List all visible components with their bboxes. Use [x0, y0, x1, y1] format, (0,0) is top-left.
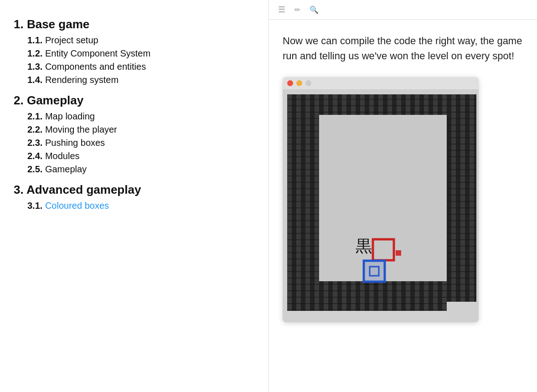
menu-icon[interactable]: ☰: [278, 5, 285, 15]
game-canvas: 黒: [283, 90, 479, 322]
subsection-num: 1.4.: [27, 75, 42, 85]
toc-subsection[interactable]: 3.1. Coloured boxes: [14, 201, 255, 211]
svg-rect-9: [319, 115, 447, 281]
svg-rect-6: [287, 115, 319, 302]
svg-rect-13: [396, 250, 401, 256]
toc-subsection[interactable]: 2.2. Moving the player: [14, 124, 255, 135]
subsection-link[interactable]: Coloured boxes: [45, 201, 109, 211]
subsection-num: 1.3.: [27, 62, 42, 72]
toc-section: 1. Base game1.1. Project setup1.2. Entit…: [14, 17, 255, 85]
close-button[interactable]: [287, 80, 293, 86]
content-area: Now we can compile the code the right wa…: [269, 20, 537, 392]
section-num: 2.: [14, 93, 24, 107]
section-title: 3. Advanced gameplay: [14, 183, 255, 197]
subsection-num: 2.4.: [27, 151, 42, 161]
subsection-num: 1.2.: [27, 48, 42, 58]
toc-section: 3. Advanced gameplay3.1. Coloured boxes: [14, 183, 255, 211]
toc-subsection[interactable]: 1.1. Project setup: [14, 35, 255, 46]
toc-subsection[interactable]: 2.3. Pushing boxes: [14, 138, 255, 148]
section-num: 3.: [14, 183, 24, 196]
svg-rect-14: [364, 261, 385, 282]
subsection-label: Pushing boxes: [45, 138, 105, 148]
svg-rect-7: [447, 94, 476, 302]
subsection-num: 2.3.: [27, 138, 42, 148]
game-window: 黒: [283, 77, 479, 322]
svg-rect-8: [287, 281, 447, 311]
toc-subsection[interactable]: 2.1. Map loading: [14, 111, 255, 122]
game-svg: 黒: [283, 90, 479, 322]
toc-subsection[interactable]: 2.5. Gameplay: [14, 164, 255, 175]
section-title: 1. Base game: [14, 17, 255, 31]
player-character: 黒: [356, 237, 372, 255]
subsection-label: Gameplay: [45, 164, 87, 174]
subsection-label: Map loading: [45, 111, 95, 121]
subsection-num: 2.2.: [27, 124, 42, 134]
section-num: 1.: [14, 17, 24, 31]
svg-rect-10: [287, 94, 319, 115]
edit-icon[interactable]: ✏: [294, 5, 300, 14]
subsection-num: 2.1.: [27, 111, 42, 121]
subsection-num: 2.5.: [27, 164, 42, 174]
subsection-label: Modules: [45, 151, 80, 161]
table-of-contents: 1. Base game1.1. Project setup1.2. Entit…: [0, 0, 269, 392]
search-icon[interactable]: 🔍: [310, 5, 319, 14]
subsection-label: Rendering system: [45, 75, 119, 85]
toc-subsection[interactable]: 2.4. Modules: [14, 151, 255, 161]
maximize-button[interactable]: [305, 80, 311, 86]
subsection-label: Entity Component System: [45, 48, 150, 58]
toc-subsection[interactable]: 1.2. Entity Component System: [14, 48, 255, 59]
subsection-num: 1.1.: [27, 35, 42, 45]
content-panel: ☰ ✏ 🔍 Now we can compile the code the ri…: [269, 0, 537, 392]
svg-rect-11: [319, 94, 351, 115]
subsection-label: Project setup: [45, 35, 98, 45]
intro-text: Now we can compile the code the right wa…: [283, 33, 523, 63]
minimize-button[interactable]: [296, 80, 302, 86]
subsection-label: Components and entities: [45, 62, 146, 72]
window-titlebar: [283, 77, 479, 90]
toc-subsection[interactable]: 1.3. Components and entities: [14, 62, 255, 72]
subsection-label: Moving the player: [45, 124, 117, 134]
section-title: 2. Gameplay: [14, 93, 255, 108]
toc-subsection[interactable]: 1.4. Rendering system: [14, 75, 255, 85]
toolbar: ☰ ✏ 🔍: [269, 0, 537, 20]
subsection-num: 3.1.: [27, 201, 42, 211]
toc-section: 2. Gameplay2.1. Map loading2.2. Moving t…: [14, 93, 255, 175]
